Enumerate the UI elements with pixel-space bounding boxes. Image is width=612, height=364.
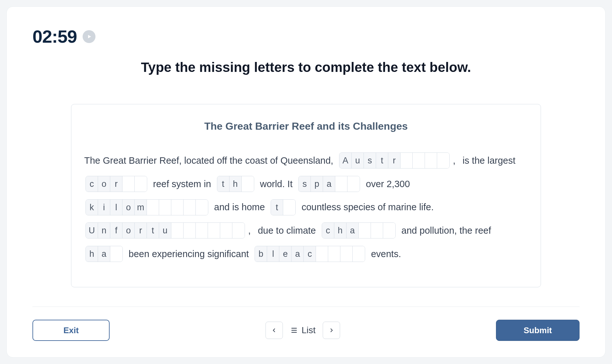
- letter-filled: U: [86, 223, 98, 238]
- letter-filled: o: [98, 176, 110, 192]
- letter-blank[interactable]: [135, 176, 147, 192]
- letter-filled: a: [346, 223, 359, 238]
- letter-blank[interactable]: [110, 246, 122, 262]
- footer-divider: [32, 307, 580, 307]
- submit-button[interactable]: Submit: [496, 320, 580, 341]
- letter-filled: h: [86, 246, 98, 262]
- passage-text: world. It: [257, 173, 295, 195]
- passage-text: due to climate: [253, 220, 319, 241]
- letter-filled: c: [86, 176, 98, 192]
- letter-blank[interactable]: [171, 223, 184, 238]
- letter-blank[interactable]: [242, 176, 254, 192]
- letter-blank[interactable]: [171, 200, 184, 215]
- letter-filled: b: [255, 246, 267, 262]
- letter-filled: t: [217, 176, 230, 192]
- passage-text: been experiencing significant: [126, 243, 251, 265]
- letter-blank[interactable]: [425, 153, 437, 168]
- letter-filled: h: [230, 176, 242, 192]
- letter-blank[interactable]: [196, 223, 208, 238]
- letter-filled: a: [323, 176, 335, 192]
- letter-filled: a: [292, 246, 304, 262]
- letter-blank[interactable]: [220, 223, 232, 238]
- letter-blank[interactable]: [147, 200, 159, 215]
- letter-filled: s: [364, 153, 376, 168]
- passage-text: reef system in: [150, 173, 214, 195]
- passage-text: ,: [453, 150, 455, 171]
- letter-blank[interactable]: [184, 200, 196, 215]
- letter-blank[interactable]: [208, 223, 220, 238]
- letter-filled: r: [135, 223, 147, 238]
- letter-blank[interactable]: [353, 246, 365, 262]
- passage-text: events.: [368, 243, 401, 265]
- letter-filled: l: [267, 246, 279, 262]
- letter-blank[interactable]: [340, 246, 353, 262]
- letter-filled: h: [334, 223, 346, 238]
- list-label: List: [302, 325, 316, 335]
- letter-filled: r: [388, 153, 401, 168]
- letter-filled: c: [322, 223, 334, 238]
- letter-blank[interactable]: [401, 153, 413, 168]
- letter-filled: u: [352, 153, 364, 168]
- letter-blank[interactable]: [184, 223, 196, 238]
- timer: 02:59: [32, 26, 77, 47]
- next-button[interactable]: [323, 322, 340, 339]
- passage-text: ,: [248, 220, 251, 241]
- play-button[interactable]: [83, 30, 95, 43]
- letter-blank[interactable]: [383, 223, 395, 238]
- letter-filled: k: [86, 200, 98, 215]
- letter-filled: r: [110, 176, 122, 192]
- passage-text: countless species of marine life.: [299, 196, 436, 218]
- cloze-word: cha: [322, 222, 396, 238]
- passage-text: over 2,300: [363, 173, 412, 195]
- letter-blank[interactable]: [283, 200, 295, 215]
- cloze-word: th: [217, 176, 254, 192]
- cloze-word: Austr: [339, 152, 450, 169]
- letter-filled: m: [135, 200, 147, 215]
- letter-blank[interactable]: [413, 153, 425, 168]
- letter-filled: c: [304, 246, 316, 262]
- chevron-left-icon: [271, 327, 277, 333]
- chevron-right-icon: [328, 327, 334, 333]
- letter-filled: o: [122, 223, 135, 238]
- letter-blank[interactable]: [328, 246, 340, 262]
- play-icon: [87, 34, 92, 39]
- cloze-word: ha: [86, 246, 123, 262]
- passage-title: The Great Barrier Reef and its Challenge…: [84, 120, 528, 132]
- letter-filled: t: [376, 153, 388, 168]
- letter-blank[interactable]: [437, 153, 449, 168]
- passage-flow: The Great Barrier Reef, located off the …: [84, 150, 528, 264]
- passage-text: and is home: [212, 196, 267, 218]
- letter-blank[interactable]: [316, 246, 328, 262]
- letter-filled: p: [311, 176, 323, 192]
- list-button[interactable]: List: [290, 325, 316, 335]
- letter-filled: o: [122, 200, 135, 215]
- cloze-word: Unfortu: [86, 222, 245, 238]
- letter-filled: f: [110, 223, 122, 238]
- passage-text: is the largest: [457, 150, 518, 171]
- cloze-word: cor: [86, 176, 147, 192]
- letter-blank[interactable]: [359, 223, 371, 238]
- letter-filled: l: [110, 200, 122, 215]
- letter-blank[interactable]: [159, 200, 171, 215]
- letter-blank[interactable]: [196, 200, 208, 215]
- letter-blank[interactable]: [122, 176, 135, 192]
- prev-button[interactable]: [266, 322, 283, 339]
- passage-text: and pollution, the reef: [399, 220, 494, 241]
- letter-filled: a: [98, 246, 110, 262]
- exit-button[interactable]: Exit: [32, 320, 110, 341]
- letter-blank[interactable]: [371, 223, 383, 238]
- letter-blank[interactable]: [335, 176, 347, 192]
- letter-filled: s: [299, 176, 311, 192]
- cloze-word: bleac: [255, 246, 365, 262]
- letter-filled: i: [98, 200, 110, 215]
- exercise-card: 02:59 Type the missing letters to comple…: [6, 6, 606, 358]
- cloze-word: kilom: [86, 199, 208, 215]
- letter-filled: t: [147, 223, 159, 238]
- instruction-text: Type the missing letters to complete the…: [32, 60, 580, 75]
- passage-panel: The Great Barrier Reef and its Challenge…: [71, 104, 541, 287]
- letter-blank[interactable]: [232, 223, 245, 238]
- question-nav: List: [266, 322, 340, 339]
- passage-text: The Great Barrier Reef, located off the …: [84, 150, 336, 171]
- letter-filled: t: [271, 200, 283, 215]
- letter-blank[interactable]: [347, 176, 360, 192]
